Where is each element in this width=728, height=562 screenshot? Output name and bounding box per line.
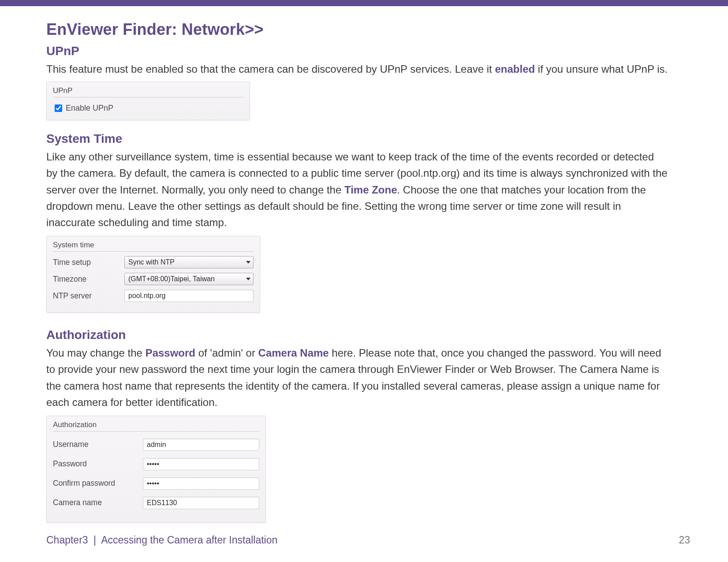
upnp-panel: UPnP Enable UPnP — [46, 82, 250, 120]
timezone-dropdown[interactable]: (GMT+08:00)Taipei, Taiwan — [124, 273, 254, 285]
auth-body-part-2: of 'admin' or — [195, 347, 258, 359]
password-label: Password — [53, 459, 141, 469]
page-footer: Chapter3 | Accessing the Camera after In… — [46, 534, 690, 546]
confirm-password-row: Confirm password — [53, 477, 259, 490]
time-setup-dropdown[interactable]: Sync with NTP — [124, 256, 254, 268]
footer-divider: | — [93, 534, 96, 546]
systime-panel-legend: System time — [53, 241, 254, 252]
auth-body: You may change the Password of 'admin' o… — [46, 345, 668, 410]
username-label: Username — [53, 440, 141, 449]
top-accent-bar — [0, 0, 728, 6]
username-input[interactable] — [143, 439, 259, 451]
password-input[interactable] — [143, 458, 259, 470]
ntp-server-input[interactable] — [124, 290, 254, 302]
upnp-heading: UPnP — [46, 44, 668, 58]
camera-name-label: Camera name — [53, 498, 141, 507]
timezone-label: Timezone — [53, 275, 123, 284]
ntp-server-row: NTP server — [53, 290, 254, 302]
timezone-row: Timezone (GMT+08:00)Taipei, Taiwan — [53, 273, 254, 285]
camera-name-row: Camera name — [53, 497, 259, 509]
enable-upnp-label: Enable UPnP — [66, 104, 113, 113]
auth-body-keyword-2: Camera Name — [258, 347, 329, 359]
auth-heading: Authorization — [46, 328, 668, 342]
footer-left: Chapter3 | Accessing the Camera after In… — [46, 534, 277, 546]
upnp-body-keyword: enabled — [495, 63, 535, 75]
upnp-body-part-0: This feature must be enabled so that the… — [46, 63, 495, 75]
enable-upnp-checkbox[interactable] — [55, 104, 62, 112]
confirm-password-label: Confirm password — [53, 479, 141, 488]
chevron-down-icon — [246, 261, 250, 264]
footer-title: Accessing the Camera after Installation — [101, 534, 277, 546]
upnp-body-part-2: if you unsure what UPnP is. — [535, 63, 668, 75]
systime-body: Like any other surveillance system, time… — [46, 149, 668, 231]
footer-chapter: Chapter3 — [46, 534, 88, 546]
upnp-panel-legend: UPnP — [53, 86, 243, 97]
auth-panel: Authorization Username Password Confirm … — [46, 416, 266, 523]
time-setup-row: Time setup Sync with NTP — [53, 256, 254, 268]
upnp-body: This feature must be enabled so that the… — [46, 61, 668, 77]
auth-panel-legend: Authorization — [53, 421, 259, 432]
ntp-server-label: NTP server — [53, 291, 123, 301]
upnp-checkbox-row: Enable UPnP — [53, 101, 243, 114]
username-row: Username — [53, 439, 259, 451]
systime-panel: System time Time setup Sync with NTP Tim… — [46, 236, 260, 313]
confirm-password-input[interactable] — [143, 477, 259, 490]
auth-body-part-0: You may change the — [46, 347, 146, 359]
systime-heading: System Time — [46, 132, 668, 146]
systime-body-keyword: Time Zone — [344, 184, 397, 196]
page-content: EnViewer Finder: Network>> UPnP This fea… — [46, 20, 668, 523]
password-row: Password — [53, 458, 259, 470]
time-setup-value: Sync with NTP — [128, 258, 175, 266]
timezone-value: (GMT+08:00)Taipei, Taiwan — [128, 275, 215, 283]
auth-body-keyword-1: Password — [146, 347, 195, 359]
footer-page-number: 23 — [679, 534, 690, 546]
camera-name-input[interactable] — [143, 497, 259, 509]
page-title: EnViewer Finder: Network>> — [46, 20, 668, 39]
time-setup-label: Time setup — [53, 258, 123, 267]
chevron-down-icon — [246, 278, 250, 280]
